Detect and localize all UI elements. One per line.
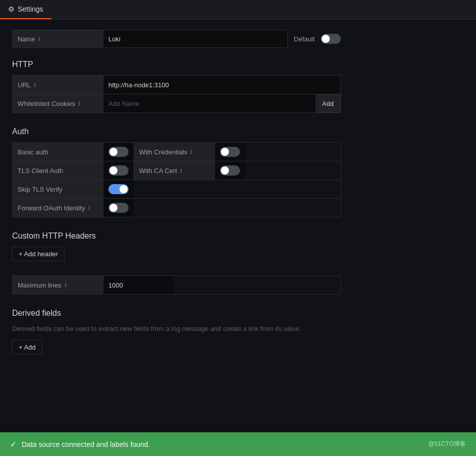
name-input[interactable] — [103, 30, 288, 48]
max-lines-row: Maximum lines ℹ — [12, 275, 341, 295]
success-message: Data source connected and labels found. — [22, 440, 150, 448]
auth-section: Auth Basic auth With Credentials ℹ — [12, 127, 341, 217]
with-ca-cert-toggle-cell — [215, 161, 245, 180]
url-info-icon[interactable]: ℹ — [34, 82, 36, 88]
basic-auth-knob — [109, 148, 117, 156]
skip-tls-toggle-cell — [103, 180, 134, 198]
watermark: @51CTO博客 — [428, 440, 466, 448]
derived-fields-description: Derived fields can be used to extract ne… — [12, 324, 341, 334]
cookies-label: Whitelisted Cookies ℹ — [13, 94, 103, 112]
default-toggle-knob — [322, 35, 330, 43]
auth-grid: Basic auth With Credentials ℹ — [12, 142, 341, 217]
check-icon: ✓ — [10, 439, 17, 449]
url-value-cell — [103, 76, 340, 94]
custom-headers-heading: Custom HTTP Headers — [12, 232, 341, 241]
oauth-toggle-cell — [103, 199, 134, 217]
cookies-add-button[interactable]: Add — [316, 94, 340, 112]
settings-tab[interactable]: ⚙ Settings — [0, 0, 51, 19]
credentials-knob — [221, 148, 229, 156]
cookies-info-icon[interactable]: ℹ — [78, 100, 80, 107]
success-bar: ✓ Data source connected and labels found… — [0, 432, 476, 456]
tab-label: Settings — [18, 5, 43, 13]
tls-toggle-cell — [103, 161, 134, 180]
auth-heading: Auth — [12, 127, 341, 136]
name-info-icon[interactable]: ℹ — [38, 36, 40, 42]
tab-bar: ⚙ Settings — [0, 0, 476, 20]
max-lines-info-icon[interactable]: ℹ — [65, 282, 67, 289]
custom-headers-section: Custom HTTP Headers + Add header — [12, 232, 341, 261]
credentials-info-icon[interactable]: ℹ — [190, 149, 192, 155]
url-label: URL ℹ — [13, 76, 103, 94]
ca-cert-info-icon[interactable]: ℹ — [180, 167, 182, 174]
add-derived-button[interactable]: + Add — [12, 340, 42, 355]
auth-row-skip-tls: Skip TLS Verify — [13, 180, 340, 199]
add-header-button[interactable]: + Add header — [12, 247, 65, 261]
name-label: Name ℹ — [12, 30, 103, 48]
http-section: HTTP URL ℹ Whitelisted Cookies ℹ Add — [12, 60, 341, 113]
cookies-value-cell: Add — [103, 94, 340, 112]
main-content: Name ℹ Default HTTP URL ℹ Whitelisted — [0, 20, 353, 405]
skip-tls-toggle[interactable] — [108, 184, 129, 194]
oauth-info-icon[interactable]: ℹ — [88, 205, 90, 211]
with-credentials-label: With Credentials ℹ — [134, 143, 215, 161]
url-input[interactable] — [103, 76, 340, 94]
basic-auth-toggle-cell — [103, 143, 134, 161]
with-ca-cert-right: With CA Cert ℹ — [134, 161, 340, 180]
tls-knob — [109, 166, 117, 175]
with-credentials-right: With Credentials ℹ — [134, 143, 340, 161]
derived-fields-heading: Derived fields — [12, 309, 341, 318]
max-lines-input[interactable] — [103, 276, 174, 294]
tls-toggle[interactable] — [108, 165, 129, 176]
max-lines-section: Maximum lines ℹ — [12, 275, 341, 295]
ca-cert-toggle[interactable] — [220, 165, 240, 176]
credentials-toggle[interactable] — [220, 147, 240, 157]
auth-row-basic: Basic auth With Credentials ℹ — [13, 143, 340, 161]
http-fields: URL ℹ Whitelisted Cookies ℹ Add — [12, 75, 341, 113]
skip-tls-knob — [120, 185, 128, 193]
tls-label: TLS Client Auth — [13, 161, 103, 180]
ca-cert-knob — [221, 166, 229, 175]
cookies-row: Whitelisted Cookies ℹ Add — [12, 94, 341, 113]
max-lines-label: Maximum lines ℹ — [13, 276, 103, 294]
cookies-input[interactable] — [103, 94, 316, 112]
settings-icon: ⚙ — [8, 5, 15, 13]
oauth-knob — [109, 204, 117, 212]
auth-row-tls: TLS Client Auth With CA Cert ℹ — [13, 161, 340, 180]
default-label: Default — [288, 35, 321, 43]
oauth-label: Forward OAuth Identity ℹ — [13, 199, 103, 217]
with-ca-cert-label: With CA Cert ℹ — [134, 161, 215, 180]
derived-fields-section: Derived fields Derived fields can be use… — [12, 309, 341, 355]
default-toggle[interactable] — [321, 34, 341, 44]
oauth-toggle[interactable] — [108, 203, 129, 213]
with-credentials-toggle-cell — [215, 143, 245, 161]
http-heading: HTTP — [12, 60, 341, 69]
skip-tls-label: Skip TLS Verify — [13, 180, 103, 198]
name-row: Name ℹ Default — [12, 30, 341, 48]
basic-auth-label: Basic auth — [13, 143, 103, 161]
url-row: URL ℹ — [12, 75, 341, 94]
basic-auth-toggle[interactable] — [108, 147, 129, 157]
auth-row-oauth: Forward OAuth Identity ℹ — [13, 199, 340, 217]
